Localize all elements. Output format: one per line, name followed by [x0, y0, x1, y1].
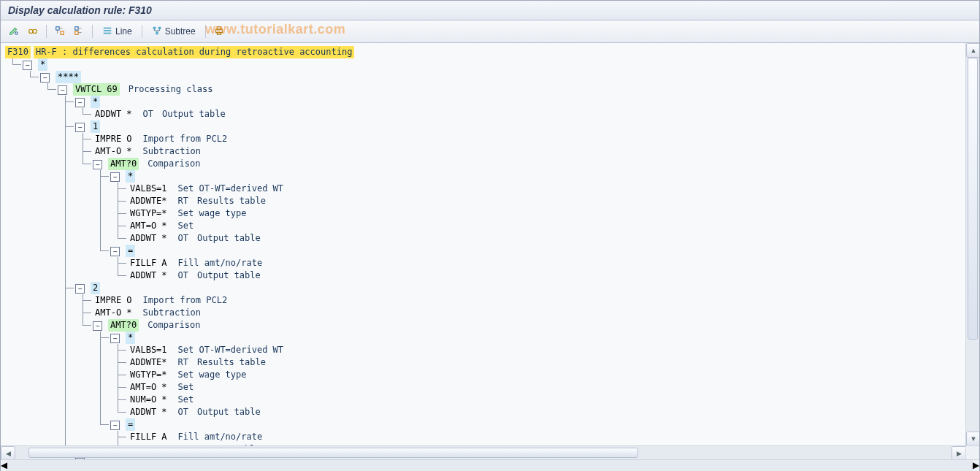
tree-node-root[interactable]: F310 HR-F : differences calculation duri… — [5, 46, 975, 58]
app-window: Display calculation rule: F310 — [0, 0, 980, 471]
horizontal-scroll-track[interactable] — [15, 446, 952, 459]
other-object-button[interactable] — [24, 23, 42, 40]
node-param: OT — [178, 232, 188, 245]
svg-rect-10 — [153, 26, 156, 29]
tree-node[interactable]: NUM=O * Set — [5, 394, 975, 406]
collapse-toggle[interactable]: − — [110, 172, 120, 182]
collapse-toggle[interactable]: − — [110, 334, 120, 343]
subtree-button[interactable]: Subtree — [147, 23, 201, 40]
tree-node[interactable]: AMT=O * Set — [5, 381, 975, 394]
vertical-scrollbar[interactable]: ▲ ▼ — [965, 43, 979, 446]
scroll-right-button[interactable]: ▶ — [952, 446, 966, 459]
node-desc: Set OT-WT=derived WT — [178, 183, 284, 195]
tree-node[interactable]: IMPRE O Import from PCL2 — [5, 294, 975, 307]
tree-node[interactable]: − * — [5, 58, 975, 71]
collapse-toggle[interactable]: − — [110, 421, 120, 430]
scroll-up-button[interactable]: ▲ — [966, 43, 979, 58]
line-button[interactable]: Line — [97, 23, 137, 40]
tree-scroll-viewport[interactable]: F310 HR-F : differences calculation duri… — [1, 43, 979, 459]
tree-node[interactable]: − **** — [5, 71, 975, 83]
pencil-glasses-icon — [9, 26, 19, 38]
node-desc: Import from PCL2 — [143, 294, 228, 307]
tree-node[interactable]: − 2 — [5, 282, 975, 294]
tree-node[interactable]: ADDWT * OT Output table — [5, 406, 975, 418]
toolbar-separator — [92, 25, 93, 38]
expand-tree-icon — [55, 26, 65, 38]
horizontal-scrollbar[interactable]: ◀ ▶ — [1, 445, 966, 459]
title-bar: Display calculation rule: F310 — [1, 1, 979, 20]
tree-node[interactable]: − AMT?0 Comparison — [5, 158, 975, 170]
tree-node[interactable]: ADDWTE* RT Results table — [5, 195, 975, 207]
svg-point-0 — [15, 31, 18, 34]
tree-node[interactable]: WGTYP=* Set wage type — [5, 369, 975, 381]
toolbar-separator — [142, 25, 142, 38]
scroll-left-button[interactable]: ◀ — [1, 446, 15, 459]
collapse-button[interactable] — [70, 23, 88, 40]
vertical-scroll-track[interactable] — [966, 58, 979, 432]
node-desc: Set — [178, 394, 194, 406]
svg-point-2 — [33, 29, 37, 33]
outer-horizontal-scrollbar[interactable]: ◀ ▶ — [1, 459, 979, 471]
node-desc: Output table — [197, 232, 261, 245]
svg-rect-3 — [56, 26, 59, 29]
outer-scroll-right-button[interactable]: ▶ — [973, 460, 979, 471]
display-change-button[interactable] — [5, 23, 23, 40]
scroll-down-button[interactable]: ▼ — [966, 432, 979, 446]
outer-scroll-track[interactable] — [7, 460, 973, 471]
svg-point-1 — [29, 29, 33, 33]
horizontal-scroll-thumb[interactable] — [28, 448, 638, 458]
tree-content: F310 HR-F : differences calculation duri… — [1, 43, 979, 459]
collapse-toggle[interactable]: − — [93, 160, 102, 169]
collapse-toggle[interactable]: − — [75, 123, 85, 132]
vertical-scroll-thumb[interactable] — [968, 58, 978, 340]
tree-node[interactable]: ADDWTE* RT Results table — [5, 356, 975, 369]
tree-node[interactable]: − * — [5, 332, 975, 344]
outer-scroll-left-button[interactable]: ◀ — [1, 460, 7, 471]
tree-node[interactable]: FILLF A Fill amt/no/rate — [5, 431, 975, 443]
node-code: ADDWT * — [128, 232, 169, 245]
tree-node[interactable]: FILLF A Fill amt/no/rate — [5, 257, 975, 269]
node-code: * — [126, 170, 135, 183]
collapse-toggle[interactable]: − — [75, 98, 85, 107]
node-code: NUM=O * — [128, 394, 169, 406]
node-code: FILLF A — [128, 257, 169, 269]
node-code: ADDWT * — [93, 108, 134, 120]
tree-node[interactable]: AMT=O * Set — [5, 220, 975, 232]
tree-node[interactable]: IMPRE O Import from PCL2 — [5, 133, 975, 145]
print-icon — [214, 26, 224, 38]
svg-rect-4 — [61, 31, 64, 34]
tree-node[interactable]: AMT-O * Subtraction — [5, 307, 975, 319]
tree-node[interactable]: − = — [5, 418, 975, 431]
tree-node[interactable]: − = — [5, 245, 975, 257]
tree-node[interactable]: WGTYP=* Set wage type — [5, 207, 975, 220]
node-param: OT — [178, 406, 188, 418]
tree-node[interactable]: − 1 — [5, 120, 975, 133]
node-code: AMT=O * — [128, 381, 169, 394]
node-code: VALBS=1 — [128, 183, 169, 195]
collapse-toggle[interactable]: − — [23, 61, 32, 70]
tree-node[interactable]: ADDWT * OT Output table — [5, 269, 975, 282]
collapse-toggle[interactable]: − — [58, 85, 67, 95]
collapse-toggle[interactable]: − — [40, 73, 50, 83]
glasses-icon — [28, 26, 38, 38]
collapse-toggle[interactable]: − — [75, 284, 85, 294]
tree-node[interactable]: − VWTCL 69 Processing class — [5, 83, 975, 96]
node-code: AMT?0 — [108, 158, 139, 170]
tree-node[interactable]: AMT-O * Subtraction — [5, 145, 975, 158]
tree-node[interactable]: VALBS=1 Set OT-WT=derived WT — [5, 344, 975, 356]
tree-node[interactable]: ADDWT * OT Output table — [5, 108, 975, 120]
collapse-toggle[interactable]: − — [93, 321, 102, 331]
node-param: RT — [178, 195, 188, 207]
svg-rect-12 — [156, 31, 158, 34]
print-button[interactable] — [210, 23, 228, 40]
svg-rect-13 — [215, 29, 222, 32]
tree-node[interactable]: − * — [5, 170, 975, 183]
collapse-toggle[interactable]: − — [110, 247, 120, 256]
tree-node[interactable]: VALBS=1 Set OT-WT=derived WT — [5, 183, 975, 195]
tree-node[interactable]: ADDWT * OT Output table — [5, 232, 975, 245]
tree-node[interactable]: − * — [5, 96, 975, 108]
toolbar-separator — [205, 25, 206, 38]
tree-node[interactable]: − AMT?0 Comparison — [5, 319, 975, 332]
expand-button[interactable] — [51, 23, 69, 40]
collapse-toggle[interactable]: − — [75, 458, 85, 459]
